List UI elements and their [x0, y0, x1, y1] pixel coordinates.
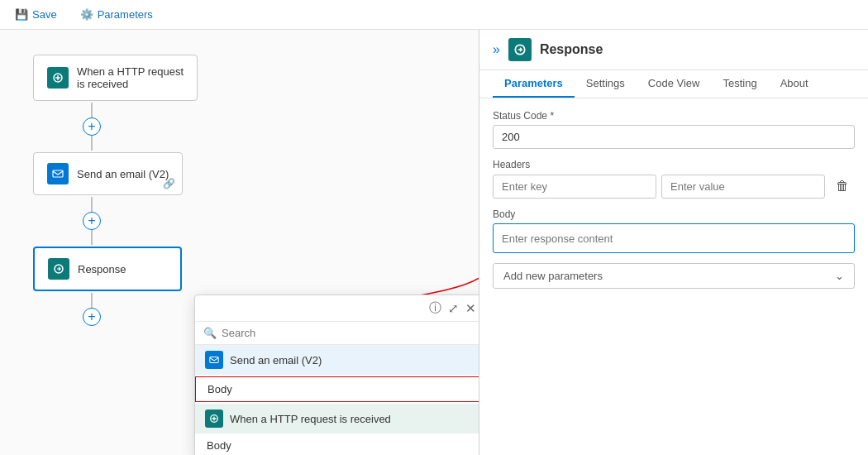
- status-code-input[interactable]: [493, 125, 855, 149]
- tab-about[interactable]: About: [769, 70, 820, 98]
- tab-testing[interactable]: Testing: [711, 70, 768, 98]
- popup-search-container: 🔍: [195, 322, 479, 345]
- popup-search-input[interactable]: [222, 327, 475, 339]
- headers-value-input[interactable]: [661, 175, 825, 199]
- add-step-2-button[interactable]: +: [83, 212, 101, 230]
- popup-email-section-label: Send an email (V2): [230, 354, 322, 366]
- add-step-1-button[interactable]: +: [83, 117, 101, 136]
- headers-row: 🗑: [493, 174, 855, 199]
- popup-email-section-icon: [205, 351, 223, 369]
- add-params-button[interactable]: Add new parameters ⌄: [493, 263, 855, 289]
- connector-line-3: [91, 293, 93, 308]
- chevron-down-icon: ⌄: [835, 270, 844, 282]
- headers-key-input[interactable]: [493, 175, 656, 199]
- response-node[interactable]: Response: [33, 247, 182, 291]
- save-icon: 💾: [15, 8, 28, 21]
- connector-line-1: [91, 103, 93, 117]
- body-label: Body: [493, 208, 855, 220]
- headers-delete-button[interactable]: 🗑: [830, 174, 855, 199]
- popup-http-section-label: When a HTTP request is received: [230, 413, 391, 425]
- popup-http-section-icon: [205, 410, 223, 428]
- connector-2: +: [83, 195, 101, 247]
- http-node-label: When a HTTP requestis received: [77, 65, 184, 90]
- add-step-3-button[interactable]: +: [83, 308, 101, 326]
- popup-http-body-item[interactable]: Body: [195, 433, 479, 455]
- body-input[interactable]: [493, 223, 855, 253]
- toolbar: 💾 Save ⚙️ Parameters: [0, 0, 868, 30]
- tab-settings[interactable]: Settings: [575, 70, 637, 98]
- popup-info-button[interactable]: ⓘ: [429, 300, 441, 316]
- panel-response-icon: [508, 38, 532, 61]
- right-panel: » Response Parameters Settings Code View…: [479, 30, 868, 455]
- connector-line-1b: [91, 136, 93, 151]
- dynamic-content-popup: ⓘ ⤢ ✕ 🔍 Send an email (V2) Body: [194, 295, 479, 455]
- http-node-icon: [47, 67, 69, 89]
- save-button[interactable]: 💾 Save: [10, 7, 62, 22]
- svg-rect-1: [53, 170, 63, 177]
- send-email-node[interactable]: Send an email (V2) 🔗: [33, 152, 183, 195]
- popup-email-section-header: Send an email (V2): [195, 345, 479, 375]
- flow-container: When a HTTP requestis received + Send an…: [17, 46, 479, 336]
- panel-body: Status Code * Headers 🗑 Body Add ne: [479, 98, 868, 455]
- connector-1: +: [83, 101, 101, 152]
- headers-label: Headers: [493, 159, 855, 170]
- response-node-label: Response: [78, 263, 126, 275]
- flow-canvas: When a HTTP requestis received + Send an…: [0, 30, 479, 455]
- tab-code-view[interactable]: Code View: [637, 70, 712, 98]
- popup-http-section-header: When a HTTP request is received: [195, 404, 479, 433]
- email-node-icon: [47, 163, 69, 184]
- connector-3: +: [83, 291, 101, 328]
- popup-email-body-item[interactable]: Body: [195, 376, 479, 402]
- main-area: When a HTTP requestis received + Send an…: [0, 30, 868, 455]
- response-node-icon: [48, 258, 69, 280]
- status-code-label: Status Code *: [493, 110, 855, 122]
- connector-line-2b: [91, 230, 93, 245]
- svg-rect-3: [210, 357, 218, 363]
- http-request-node[interactable]: When a HTTP requestis received: [33, 55, 198, 101]
- popup-close-button[interactable]: ✕: [465, 301, 476, 316]
- panel-header: » Response: [479, 30, 868, 70]
- search-icon: 🔍: [203, 327, 217, 339]
- send-email-node-label: Send an email (V2): [77, 168, 169, 180]
- popup-expand-button[interactable]: ⤢: [448, 301, 459, 316]
- parameters-icon: ⚙️: [80, 8, 93, 21]
- connector-line-2: [91, 197, 93, 212]
- popup-header: ⓘ ⤢ ✕: [195, 295, 479, 322]
- panel-title: Response: [540, 42, 603, 57]
- panel-expand-icon[interactable]: »: [493, 42, 500, 57]
- panel-tabs: Parameters Settings Code View Testing Ab…: [479, 70, 868, 98]
- parameters-button[interactable]: ⚙️ Parameters: [75, 7, 158, 22]
- link-icon: 🔗: [163, 178, 175, 189]
- delete-icon: 🗑: [836, 179, 849, 194]
- tab-parameters[interactable]: Parameters: [493, 70, 575, 98]
